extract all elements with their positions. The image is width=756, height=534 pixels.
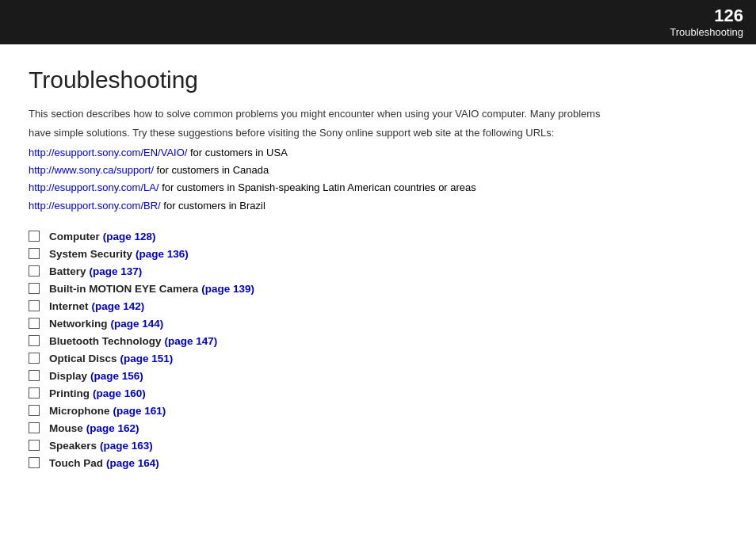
toc-label: Microphone bbox=[49, 405, 110, 417]
url-la-suffix: for customers in Spanish-speaking Latin … bbox=[159, 181, 476, 193]
intro-links: http://esupport.sony.com/EN/VAIO/ for cu… bbox=[29, 144, 727, 214]
link-item-2: http://esupport.sony.com/LA/ for custome… bbox=[29, 179, 727, 196]
checkbox-icon bbox=[29, 265, 40, 277]
url-canada[interactable]: http://www.sony.ca/support/ bbox=[29, 164, 154, 176]
toc-label: Mouse bbox=[49, 422, 83, 434]
url-canada-suffix: for customers in Canada bbox=[154, 164, 269, 176]
toc-link-motion-eye[interactable]: (page 139) bbox=[201, 283, 254, 295]
url-usa-suffix: for customers in USA bbox=[187, 147, 287, 158]
toc-item-battery: Battery (page 137) bbox=[29, 265, 727, 277]
toc-item-display: Display (page 156) bbox=[29, 370, 727, 382]
url-brazil[interactable]: http://esupport.sony.com/BR/ bbox=[29, 200, 161, 212]
link-item-3: http://esupport.sony.com/BR/ for custome… bbox=[29, 197, 727, 215]
toc-item-speakers: Speakers (page 163) bbox=[29, 440, 727, 452]
toc-label: Battery bbox=[49, 265, 86, 277]
toc-link-touch-pad[interactable]: (page 164) bbox=[106, 457, 159, 469]
toc-link-internet[interactable]: (page 142) bbox=[92, 300, 145, 312]
toc-item-mouse: Mouse (page 162) bbox=[29, 422, 727, 434]
toc-label: System Security bbox=[49, 248, 132, 260]
page-number: 126 bbox=[670, 6, 743, 25]
toc-link-bluetooth[interactable]: (page 147) bbox=[165, 335, 218, 347]
checkbox-icon bbox=[29, 370, 40, 381]
checkbox-icon bbox=[29, 457, 40, 468]
toc-link-battery[interactable]: (page 137) bbox=[90, 265, 143, 277]
link-item-1: http://www.sony.ca/support/ for customer… bbox=[29, 162, 727, 179]
toc-label: Bluetooth Technology bbox=[49, 335, 162, 347]
toc-label: Networking bbox=[49, 318, 108, 330]
checkbox-icon bbox=[29, 318, 40, 329]
page-title: Troubleshooting bbox=[29, 67, 727, 93]
checkbox-icon bbox=[29, 283, 40, 294]
section-label: Troubleshooting bbox=[670, 26, 743, 38]
toc-list: Computer (page 128) System Security (pag… bbox=[29, 231, 727, 469]
checkbox-icon bbox=[29, 335, 40, 346]
toc-link-computer[interactable]: (page 128) bbox=[103, 231, 156, 242]
toc-label: Computer bbox=[49, 231, 100, 242]
header: VAIO 126 Troubleshooting bbox=[0, 0, 756, 44]
toc-link-mouse[interactable]: (page 162) bbox=[86, 422, 139, 434]
checkbox-icon bbox=[29, 248, 40, 259]
toc-link-display[interactable]: (page 156) bbox=[90, 370, 143, 382]
toc-label: Speakers bbox=[49, 440, 97, 452]
toc-item-printing: Printing (page 160) bbox=[29, 387, 727, 399]
toc-item-internet: Internet (page 142) bbox=[29, 300, 727, 312]
intro-text-line1: This section describes how to solve comm… bbox=[29, 106, 727, 122]
toc-item-bluetooth: Bluetooth Technology (page 147) bbox=[29, 335, 727, 347]
toc-item-optical-discs: Optical Discs (page 151) bbox=[29, 353, 727, 364]
checkbox-icon bbox=[29, 300, 40, 311]
toc-link-networking[interactable]: (page 144) bbox=[111, 318, 164, 330]
checkbox-icon bbox=[29, 440, 40, 451]
url-usa[interactable]: http://esupport.sony.com/EN/VAIO/ bbox=[29, 147, 187, 158]
url-la[interactable]: http://esupport.sony.com/LA/ bbox=[29, 181, 159, 193]
toc-label: Touch Pad bbox=[49, 457, 103, 469]
toc-label: Display bbox=[49, 370, 87, 382]
toc-item-touch-pad: Touch Pad (page 164) bbox=[29, 457, 727, 469]
url-brazil-suffix: for customers in Brazil bbox=[161, 200, 265, 212]
toc-link-printing[interactable]: (page 160) bbox=[93, 387, 146, 399]
page-number-area: 126 Troubleshooting bbox=[670, 6, 743, 37]
checkbox-icon bbox=[29, 353, 40, 364]
checkbox-icon bbox=[29, 387, 40, 399]
link-item-0: http://esupport.sony.com/EN/VAIO/ for cu… bbox=[29, 144, 727, 162]
toc-label: Optical Discs bbox=[49, 353, 117, 364]
toc-item-motion-eye: Built-in MOTION EYE Camera (page 139) bbox=[29, 283, 727, 295]
checkbox-icon bbox=[29, 231, 40, 242]
toc-item-computer: Computer (page 128) bbox=[29, 231, 727, 242]
toc-link-speakers[interactable]: (page 163) bbox=[100, 440, 153, 452]
content-area: Troubleshooting This section describes h… bbox=[0, 44, 756, 534]
toc-link-system-security[interactable]: (page 136) bbox=[136, 248, 189, 260]
checkbox-icon bbox=[29, 422, 40, 433]
toc-link-microphone[interactable]: (page 161) bbox=[113, 405, 166, 417]
toc-item-networking: Networking (page 144) bbox=[29, 318, 727, 330]
toc-label: Built-in MOTION EYE Camera bbox=[49, 283, 198, 295]
checkbox-icon bbox=[29, 405, 40, 416]
toc-label: Printing bbox=[49, 387, 90, 399]
intro-text-line2: have simple solutions. Try these suggest… bbox=[29, 125, 727, 141]
toc-link-optical-discs[interactable]: (page 151) bbox=[120, 353, 174, 364]
toc-item-microphone: Microphone (page 161) bbox=[29, 405, 727, 417]
toc-item-system-security: System Security (page 136) bbox=[29, 248, 727, 260]
toc-label: Internet bbox=[49, 300, 89, 312]
